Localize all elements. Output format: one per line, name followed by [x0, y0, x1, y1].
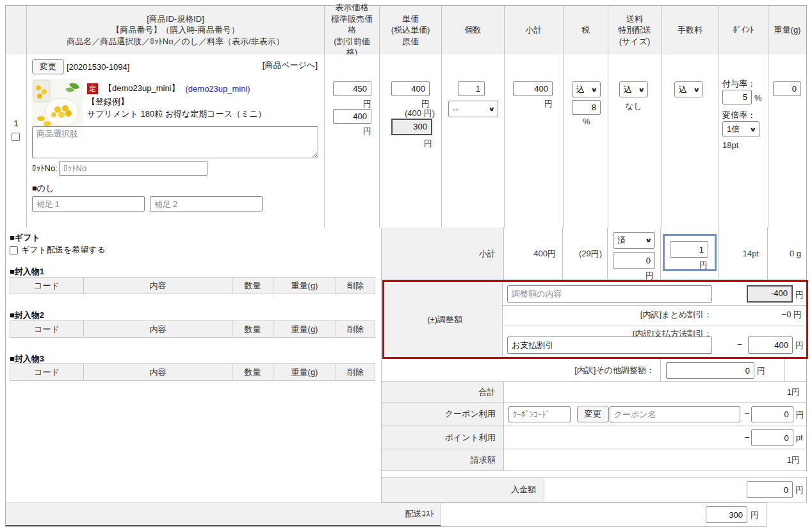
display-price-input[interactable] [333, 81, 371, 96]
standard-price-input[interactable] [333, 109, 371, 124]
header-unit-price-l3: 原価 [402, 36, 419, 47]
header-weight: 重量(g) [768, 6, 806, 54]
insert2-heading: ■封入物2 [10, 310, 44, 321]
grant-rate-label: 付与率： [722, 78, 756, 90]
subtotal-input[interactable] [513, 81, 553, 96]
insert-col-code: コード [10, 278, 83, 294]
header-quantity: 個数 [441, 6, 504, 54]
adjustment-desc-input[interactable] [507, 285, 712, 303]
billing-value: 1円 [787, 454, 800, 466]
shipping-mode-select[interactable]: 込∨ [619, 81, 648, 97]
yen-unit: 円 [544, 98, 553, 110]
header-shipping: 送料 特別配送 (サイズ) [608, 6, 661, 54]
shipping-adjust-input[interactable] [613, 252, 655, 269]
chevron-down-icon: ∨ [488, 106, 495, 112]
product-code-row: 定 【demo23up_mini】 (demo23up_mini) [87, 83, 250, 94]
fee-mode-select[interactable]: 込∨ [674, 81, 703, 97]
coupon-content-cell: 変更 − 円 [503, 403, 806, 426]
header-display-price-l2: 標準販売価格 [330, 13, 374, 36]
shipping-note: なし [625, 101, 642, 112]
gift-checkbox-label: ギフト配送を希望する [21, 244, 106, 256]
yen-unit: 円 [424, 138, 432, 149]
item-row-checkbox[interactable] [12, 133, 20, 141]
payment-discount-amount-input[interactable] [748, 337, 793, 354]
shipping-status-select[interactable]: 済∨ [613, 232, 655, 249]
tax-rate-input[interactable] [572, 100, 601, 115]
gift-heading: ■ギフト [10, 232, 40, 244]
coupon-amount-input[interactable] [751, 406, 793, 422]
item-point-cell: 付与率： % 変倍率： 1倍∨ 18pt [719, 54, 768, 228]
header-shipping-l1: 送料 [626, 13, 643, 25]
header-shipping-l3: (サイズ) [619, 36, 651, 47]
delivery-cost-content-cell: 円 [441, 503, 766, 526]
insert-col-weight: 重量(g) [273, 364, 336, 380]
summary-subtotal-label-cell: 小計 [382, 228, 503, 279]
delivery-cost-input[interactable] [706, 506, 747, 523]
insert1-table: コード 内容 数量 重量(g) 削除 [10, 277, 375, 294]
insert-col-weight: 重量(g) [273, 321, 336, 337]
shipping-status-value: 済 [617, 235, 626, 246]
deposit-input[interactable] [747, 481, 793, 498]
tax-mode-select[interactable]: 込∨ [572, 81, 601, 97]
product-code-link[interactable]: (demo23up_mini) [186, 84, 250, 94]
unit-price-input[interactable] [391, 81, 430, 96]
grant-rate-input[interactable] [722, 90, 752, 104]
header-display-price-l1: 表示価格 [336, 2, 369, 13]
bulk-discount-value: −0 円 [782, 309, 802, 320]
weight-input[interactable] [773, 81, 801, 96]
quantity-option-select[interactable]: --∨ [448, 101, 498, 117]
item-subtotal-cell: 円 [504, 54, 563, 228]
product-option-textarea[interactable] [32, 126, 318, 158]
point-use-content-cell: − pt [503, 426, 806, 449]
insert-col-weight: 重量(g) [273, 278, 336, 294]
insert-col-qty: 数量 [232, 364, 273, 380]
minus-sign: − [745, 409, 750, 419]
payment-discount-name-input[interactable] [507, 337, 712, 354]
product-page-link[interactable]: [商品ページへ] [263, 60, 318, 71]
summary-subtotal-value: 400円 [533, 248, 556, 260]
item-weight-cell [768, 54, 806, 228]
other-adjustment-input[interactable] [666, 362, 754, 379]
item-tax-cell: 込∨ % [563, 54, 608, 228]
item-fee-cell: 込∨ [661, 54, 719, 228]
header-item-line2: 【商品番号】（購入時-商品番号） [111, 24, 239, 36]
header-quantity-label: 個数 [465, 24, 482, 36]
lot-no-label: ﾛｯﾄNo: [32, 163, 58, 173]
summary-point-cell: 14pt [718, 228, 767, 279]
other-adjustment-label: [内訳]その他調整額： [382, 359, 654, 381]
chevron-down-icon: ∨ [645, 237, 652, 244]
multiplier-select[interactable]: 1倍∨ [722, 121, 759, 137]
header-subtotal: 小計 [504, 6, 563, 54]
total-label-cell: 合計 [382, 382, 503, 402]
summary-subtotal-value-cell: 400円 [503, 228, 562, 279]
deposit-label: 入金額 [511, 484, 536, 495]
coupon-code-input[interactable] [508, 406, 571, 422]
header-point: ﾎﾟｲﾝﾄ [719, 6, 768, 54]
item-change-button[interactable]: 変更 [32, 59, 64, 74]
gift-checkbox[interactable] [10, 246, 18, 254]
lot-no-input[interactable] [59, 161, 207, 176]
coupon-change-button[interactable]: 変更 [577, 406, 609, 422]
point-use-input[interactable] [751, 429, 793, 446]
coupon-name-input[interactable] [610, 406, 740, 422]
total-value: 1円 [787, 387, 800, 398]
billing-label: 請求額 [471, 454, 496, 466]
insert1-heading: ■封入物1 [10, 266, 44, 278]
point-use-row: ポイント利用 − pt [382, 426, 807, 449]
insert3-table: コード 内容 数量 重量(g) 削除 [10, 363, 375, 381]
insert-col-delete: 削除 [336, 278, 375, 294]
header-weight-label: 重量(g) [774, 24, 801, 36]
percent-unit: % [754, 93, 762, 103]
yen-unit: 円 [795, 485, 804, 496]
noshi-note2-input[interactable] [150, 196, 263, 212]
fee-amount-input[interactable] [670, 241, 708, 258]
summary-weight-cell: 0 g [767, 228, 806, 279]
chevron-down-icon: ∨ [749, 126, 756, 133]
header-unit-price-l2: (税込単価) [391, 24, 430, 36]
header-tax: 税 [563, 6, 608, 54]
total-value-cell: 1円 [503, 382, 806, 402]
noshi-note1-input[interactable] [32, 196, 145, 212]
quantity-input[interactable] [458, 81, 485, 96]
deposit-label-cell: 入金額 [382, 478, 544, 502]
summary-point-value: 14pt [743, 249, 759, 258]
